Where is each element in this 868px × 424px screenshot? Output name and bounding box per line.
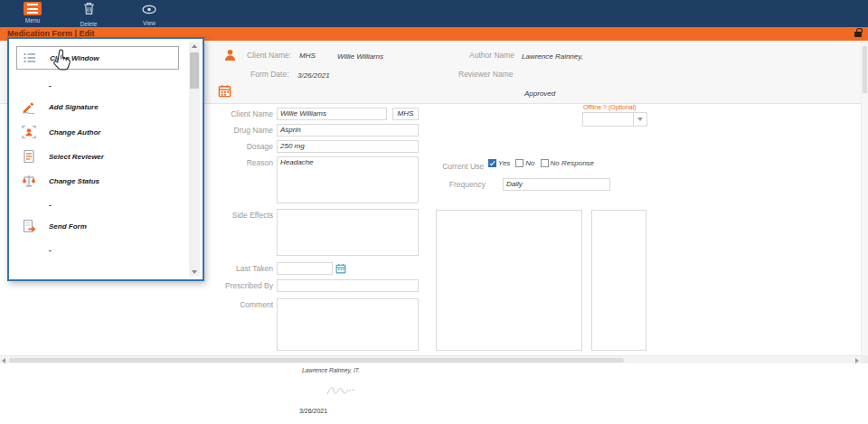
- blank-icon: [22, 197, 37, 212]
- status-badge: Approved: [524, 90, 555, 98]
- scrollbar-corner: [861, 355, 868, 363]
- frequency-field[interactable]: Daily: [503, 178, 610, 191]
- menu-scroll-up-arrow-icon[interactable]: [192, 44, 197, 48]
- menu-separator: -: [16, 75, 179, 95]
- vertical-scrollbar[interactable]: [861, 41, 868, 363]
- calendar-icon: [218, 84, 231, 101]
- side-effects-field-label: Side Effects: [215, 211, 273, 220]
- menu-item-label: Select Reviewer: [49, 153, 104, 161]
- signature-date-text: 3/26/2021: [299, 408, 327, 414]
- chevron-down-icon: [637, 118, 643, 121]
- client-name-label: Client Name:: [247, 51, 291, 60]
- current-use-option-no-response[interactable]: No Response: [541, 159, 594, 167]
- current-use-options: Yes No No Response: [488, 159, 594, 167]
- view-button[interactable]: View: [129, 2, 169, 26]
- reason-textarea[interactable]: Headache: [277, 156, 419, 203]
- checkbox-unchecked-icon[interactable]: [541, 159, 549, 167]
- menu-scroll-down-arrow-icon[interactable]: [192, 270, 197, 274]
- menu-separator-label: -: [49, 81, 52, 90]
- scroll-right-arrow-icon[interactable]: [855, 358, 859, 363]
- menu-item-label: Close Window: [50, 54, 99, 62]
- notes-textarea[interactable]: [436, 210, 582, 351]
- application-window: Menu Delete View Medication Form | Edit …: [0, 0, 868, 424]
- side-effects-textarea[interactable]: [277, 209, 419, 256]
- prescribed-by-field[interactable]: [277, 279, 419, 292]
- trash-icon: [83, 2, 95, 19]
- menu-item-change-status[interactable]: Change Status: [16, 171, 179, 191]
- client-org-box: MHS: [392, 108, 419, 120]
- author-name-value: Lawrence Rainney,: [522, 52, 583, 61]
- dosage-field[interactable]: 250 mg: [277, 140, 419, 153]
- offline-dropdown-button[interactable]: [633, 113, 646, 126]
- person-frame-icon: [22, 125, 37, 139]
- client-name-field-label: Client Name: [215, 109, 273, 118]
- delete-button[interactable]: Delete: [69, 2, 108, 27]
- drug-name-field-label: Drug Name: [215, 126, 273, 135]
- client-name-value: Willie Williams: [337, 52, 383, 61]
- scroll-left-arrow-icon[interactable]: [2, 358, 5, 363]
- menu-item-close-window[interactable]: Close Window: [16, 46, 179, 70]
- current-use-option-yes[interactable]: Yes: [488, 159, 510, 167]
- signature-scribble: [326, 383, 356, 401]
- form-date-value: 3/26/2021: [297, 71, 330, 80]
- menu-item-label: Change Author: [49, 128, 100, 137]
- menu-icon: [24, 2, 42, 15]
- author-name-label: Author Name: [469, 51, 514, 60]
- eye-icon: [142, 2, 156, 18]
- offline-optional-label: Offline ? (Optional): [583, 104, 637, 110]
- delete-button-label: Delete: [80, 21, 98, 27]
- client-name-field[interactable]: Willie Williams: [277, 108, 387, 120]
- menu-item-select-reviewer[interactable]: Select Reviewer: [16, 146, 179, 166]
- signed-by-text: Lawrence Rainney, IT.: [302, 367, 360, 373]
- last-taken-field[interactable]: [277, 262, 333, 275]
- horizontal-scrollbar[interactable]: [0, 355, 861, 363]
- menu-separator-label: -: [49, 201, 52, 209]
- current-use-option-no[interactable]: No: [515, 159, 534, 167]
- comment-field-label: Comment: [215, 300, 273, 309]
- menu-scrollbar[interactable]: [189, 42, 200, 277]
- dosage-field-label: Dosage: [215, 142, 273, 151]
- frequency-field-label: Frequency: [428, 180, 486, 189]
- checkbox-checked-icon[interactable]: [488, 159, 496, 167]
- signature-zone: Lawrence Rainney, IT. 3/26/2021: [0, 363, 868, 424]
- menu-item-add-signature[interactable]: Add Signature: [16, 97, 179, 117]
- blank-icon: [22, 242, 37, 257]
- menu-dropdown-popup: Close Window - Add Signature Change Auth…: [7, 37, 204, 281]
- current-use-label: Current Use: [411, 162, 484, 171]
- top-toolbar: Menu Delete View: [0, 0, 868, 27]
- offline-dropdown[interactable]: [582, 112, 647, 127]
- menu-item-label: Send Form: [49, 222, 87, 231]
- reviewer-name-label: Reviewer Name: [458, 70, 513, 79]
- vertical-scrollbar-thumb[interactable]: [863, 46, 867, 93]
- prescribed-by-field-label: Prescribed By: [215, 281, 273, 290]
- offline-dropdown-value: [583, 113, 633, 126]
- lock-icon: [854, 32, 862, 37]
- current-use-no-label: No: [525, 159, 534, 167]
- drug-name-field[interactable]: Asprin: [277, 124, 419, 137]
- blank-icon: [22, 78, 37, 92]
- menu-scrollbar-thumb[interactable]: [190, 52, 199, 89]
- reason-field-label: Reason: [215, 158, 273, 167]
- side-panel-box[interactable]: [591, 210, 646, 351]
- view-button-label: View: [143, 20, 156, 26]
- menu-button-label: Menu: [25, 17, 40, 24]
- menu-separator: -: [16, 194, 179, 214]
- menu-item-label: Change Status: [49, 177, 99, 185]
- signature-pen-icon: [22, 99, 37, 114]
- form-date-label: Form Date:: [250, 70, 289, 79]
- last-taken-field-label: Last Taken: [215, 264, 273, 273]
- send-document-icon: [22, 219, 37, 233]
- scales-icon: [22, 174, 37, 188]
- menu-separator-label: -: [49, 246, 52, 254]
- horizontal-scrollbar-thumb[interactable]: [9, 358, 624, 363]
- menu-item-send-form[interactable]: Send Form: [16, 216, 179, 236]
- current-use-no-response-label: No Response: [551, 159, 594, 167]
- menu-separator: -: [16, 240, 179, 259]
- menu-button[interactable]: Menu: [13, 2, 52, 24]
- client-person-icon: [223, 48, 237, 65]
- last-taken-datepicker-icon[interactable]: [335, 262, 347, 275]
- comment-textarea[interactable]: [277, 298, 419, 351]
- document-lines-icon: [22, 149, 37, 164]
- checkbox-unchecked-icon[interactable]: [515, 159, 524, 167]
- menu-item-change-author[interactable]: Change Author: [16, 122, 179, 142]
